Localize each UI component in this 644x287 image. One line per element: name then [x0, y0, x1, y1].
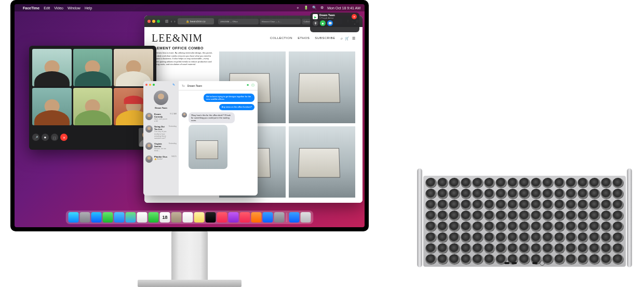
- dock-icon-settings[interactable]: [274, 212, 285, 223]
- compose-icon[interactable]: ✎: [172, 83, 177, 87]
- dock-icon-reminders[interactable]: [183, 212, 193, 223]
- control-center-icon[interactable]: ⚙: [320, 6, 324, 10]
- message-image-attachment[interactable]: [189, 125, 227, 169]
- conversation-preview: Hmmm, let me think…: [154, 148, 167, 152]
- dock-icon-mail[interactable]: [114, 212, 125, 223]
- product-image[interactable]: [289, 126, 355, 198]
- avatar: [182, 112, 187, 118]
- conversation-row[interactable]: Virginia Santini Hmmm, let me think… Yes…: [143, 141, 179, 153]
- minimize-button[interactable]: [149, 84, 151, 86]
- end-call-button[interactable]: ✕: [60, 134, 68, 141]
- dock-icon-trash[interactable]: [301, 212, 311, 223]
- conversation-row[interactable]: Going-Out Tee-List Can any of you testif…: [143, 124, 179, 141]
- sidebar-icon[interactable]: ▥: [165, 19, 169, 23]
- dock-icon-messages[interactable]: [103, 212, 113, 223]
- address-bar[interactable]: 🔒 leeandnim.co: [178, 18, 214, 24]
- dock-icon-screenshot[interactable]: [289, 212, 300, 223]
- conversation-preview: Can any of you testify to how amazing th…: [154, 131, 167, 139]
- avatar: [145, 155, 153, 163]
- thunderbolt-port[interactable]: [512, 262, 517, 264]
- conversation-row[interactable]: Phaidor Otus 👍 thanks! 9/6/21: [143, 154, 179, 164]
- share-screen-button[interactable]: ⬚: [51, 134, 58, 141]
- shareplay-notification[interactable]: ▶ Dream Team 5 People Active ✕ 🎙 ■ 💬 ⌄: [310, 12, 359, 32]
- facetime-participant[interactable]: [73, 49, 113, 86]
- safari-tab[interactable]: LEE&NIM — Office: [218, 19, 259, 24]
- thunderbolt-port[interactable]: [504, 262, 509, 264]
- site-nav-subscribe[interactable]: SUBSCRIBE: [315, 36, 335, 41]
- facetime-video-icon[interactable]: ■: [247, 83, 249, 88]
- spotlight-icon[interactable]: 🔍: [312, 6, 317, 10]
- shareplay-subtitle: 5 People Active: [319, 17, 350, 19]
- mic-toggle-button[interactable]: 🎙: [313, 20, 318, 26]
- zoom-button[interactable]: [157, 20, 160, 23]
- messages-thread[interactable]: We've been trying to get designs togethe…: [179, 90, 258, 195]
- conversation-row[interactable]: Essam Cormely Sure, see you in a bit 9:1…: [143, 111, 179, 124]
- pinned-conversation[interactable]: Dream Team: [143, 88, 179, 111]
- power-button[interactable]: [540, 260, 545, 266]
- search-icon[interactable]: ⌕: [341, 36, 343, 41]
- messages-button[interactable]: 💬: [327, 20, 333, 26]
- menu-clock[interactable]: Mon Oct 18 9:41 AM: [327, 6, 360, 10]
- dock-icon-facetime[interactable]: [149, 212, 159, 223]
- forward-icon[interactable]: ›: [174, 20, 175, 23]
- facetime-participant[interactable]: [73, 88, 113, 125]
- dock-icon-podcasts[interactable]: [229, 212, 239, 223]
- dock-icon-launchpad[interactable]: [80, 212, 90, 223]
- message-bubble-out: We've been trying to get designs togethe…: [204, 94, 254, 102]
- facetime-participant-grid: [32, 49, 153, 125]
- video-button[interactable]: ■: [320, 20, 326, 26]
- messages-window: ✎ Dream Team Essam Cormely Sure, see you…: [143, 81, 258, 195]
- menu-help[interactable]: Help: [85, 6, 92, 10]
- messages-thread-header: To: Dream Team ■ ⓘ: [179, 81, 258, 90]
- wifi-icon[interactable]: ᯤ: [297, 6, 300, 10]
- dock-icon-safari[interactable]: [91, 212, 102, 223]
- dock-icon-contacts[interactable]: [171, 212, 182, 223]
- avatar: [145, 142, 153, 150]
- dock-icon-notes[interactable]: [194, 212, 205, 223]
- mute-button[interactable]: 🎤: [32, 134, 39, 141]
- dock-icon-maps[interactable]: [126, 212, 136, 223]
- menu-window[interactable]: Window: [68, 6, 81, 10]
- mac-pro-chassis: [423, 176, 626, 267]
- chevron-down-icon[interactable]: ⌄: [354, 22, 357, 25]
- battery-icon[interactable]: 🔋: [304, 6, 308, 10]
- minimize-button[interactable]: [152, 20, 155, 23]
- mac-pro-io-panel: [504, 260, 545, 266]
- cart-icon[interactable]: 🛒: [345, 36, 350, 41]
- dock-icon-tv[interactable]: [206, 212, 216, 223]
- product-image[interactable]: [289, 51, 355, 123]
- menu-icon[interactable]: ☰: [352, 36, 356, 41]
- usb-port[interactable]: [532, 262, 538, 264]
- pro-display-xdr: FaceTime Edit Video Window Help ᯤ 🔋 🔍 ⚙ …: [10, 0, 369, 231]
- avatar: [154, 90, 168, 105]
- safari-tab[interactable]: Element Chair — L…: [260, 19, 300, 24]
- back-icon[interactable]: ‹: [171, 20, 172, 23]
- site-logo[interactable]: LEE&NIM: [152, 32, 203, 44]
- dock-icon-music[interactable]: [217, 212, 227, 223]
- zoom-button[interactable]: [153, 84, 155, 86]
- menu-edit[interactable]: Edit: [44, 6, 50, 10]
- camera-button[interactable]: ■: [42, 134, 49, 141]
- dock-icon-photos[interactable]: [137, 212, 147, 223]
- site-nav-collection[interactable]: COLLECTION: [270, 36, 292, 41]
- dock-icon-books[interactable]: [251, 212, 262, 223]
- mac-pro-tower: [408, 171, 641, 275]
- dock-icon-finder[interactable]: [69, 212, 79, 223]
- close-button[interactable]: [145, 84, 147, 86]
- close-button[interactable]: [147, 20, 151, 23]
- conversation-name: Dream Team: [155, 107, 167, 109]
- dock-icon-calendar[interactable]: 18: [160, 212, 170, 223]
- desktop-screen: FaceTime Edit Video Window Help ᯤ 🔋 🔍 ⚙ …: [15, 4, 365, 227]
- messages-thread-pane: To: Dream Team ■ ⓘ We've been trying to …: [179, 81, 258, 195]
- facetime-participant[interactable]: [32, 88, 72, 125]
- tab-label: Element Chair — L…: [262, 20, 281, 23]
- menu-video[interactable]: Video: [54, 6, 63, 10]
- dock-icon-news[interactable]: [240, 212, 250, 223]
- info-icon[interactable]: ⓘ: [251, 83, 254, 88]
- facetime-participant[interactable]: [32, 49, 72, 86]
- leave-call-button[interactable]: ✕: [352, 14, 357, 19]
- menu-app-name[interactable]: FaceTime: [23, 6, 39, 10]
- messages-sidebar: ✎ Dream Team Essam Cormely Sure, see you…: [143, 81, 179, 195]
- site-nav-ethos[interactable]: ETHOS: [298, 36, 310, 41]
- dock-icon-appstore[interactable]: [263, 212, 273, 223]
